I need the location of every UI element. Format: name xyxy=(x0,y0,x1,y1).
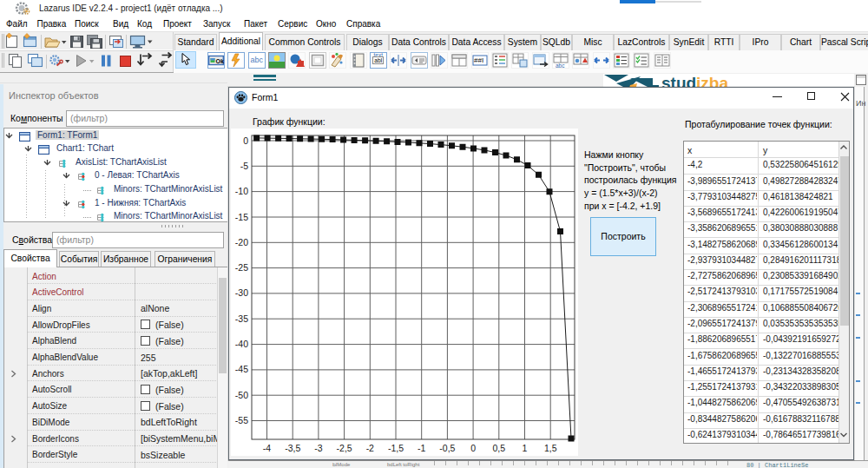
svg-text:-4: -4 xyxy=(263,443,271,453)
svg-text:abc: abc xyxy=(556,62,565,68)
svg-text:-15: -15 xyxy=(235,212,248,222)
svg-text:-45: -45 xyxy=(235,364,248,374)
svg-text:Ok: Ok xyxy=(216,57,224,63)
svg-text:-30: -30 xyxy=(235,287,248,298)
svg-text:-20: -20 xyxy=(235,237,248,247)
svg-text:-1,5: -1,5 xyxy=(388,443,404,453)
svg-text:0: 0 xyxy=(470,443,476,453)
svg-text:-40: -40 xyxy=(235,339,248,349)
svg-text:-50: -50 xyxy=(235,390,248,400)
svg-text:-2: -2 xyxy=(366,443,374,453)
svg-text:1,5: 1,5 xyxy=(544,443,557,453)
svg-text:##I: ##I xyxy=(474,56,483,64)
svg-text:-2,5: -2,5 xyxy=(337,443,352,453)
svg-text:-1: -1 xyxy=(418,443,425,453)
svg-text:-55: -55 xyxy=(235,415,248,425)
svg-text:-25: -25 xyxy=(235,262,248,273)
svg-text:-0,5: -0,5 xyxy=(439,443,455,453)
svg-text:0,5: 0,5 xyxy=(492,443,505,453)
svg-text:-3,5: -3,5 xyxy=(285,443,300,453)
svg-text:-10: -10 xyxy=(235,186,248,196)
svg-text:-3: -3 xyxy=(314,443,322,453)
svg-text:-35: -35 xyxy=(235,313,248,324)
svg-text:1: 1 xyxy=(523,443,528,453)
svg-text:-5: -5 xyxy=(240,161,248,171)
svg-text:0: 0 xyxy=(243,135,248,146)
